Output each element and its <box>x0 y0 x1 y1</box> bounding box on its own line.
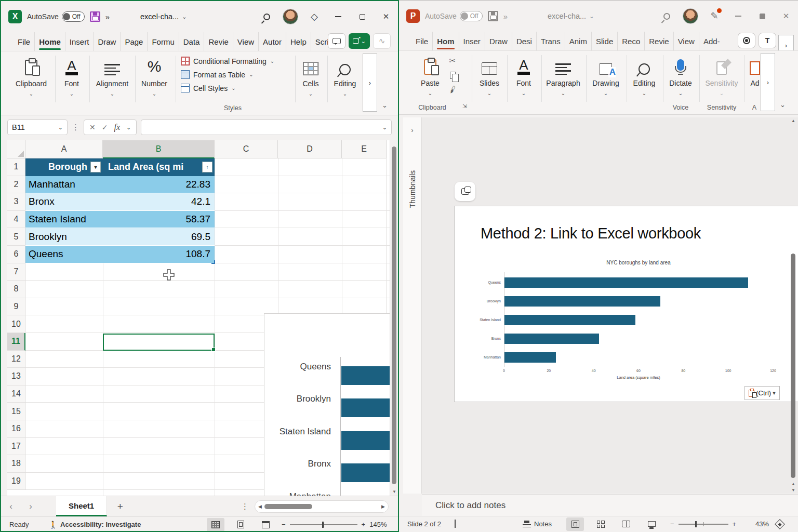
column-header-b[interactable]: B <box>103 140 215 158</box>
paragraph-group[interactable]: Paragraph ⌄ <box>543 54 583 96</box>
row-header-7[interactable]: 7 <box>7 263 25 281</box>
tab-anim[interactable]: Anim <box>565 32 592 50</box>
zoom-out-button[interactable]: − <box>282 521 286 528</box>
font-group[interactable]: A Font ⌄ <box>57 55 86 97</box>
slides-group[interactable]: Slides ⌄ <box>475 54 504 96</box>
horizontal-scrollbar[interactable]: ◀ ▶ <box>255 500 389 513</box>
scrollbar-thumb[interactable] <box>791 254 795 478</box>
scroll-left-icon[interactable]: ◀ <box>258 504 262 509</box>
row-header-16[interactable]: 16 <box>7 420 25 438</box>
pen-notification-icon[interactable]: ✎ <box>702 10 726 22</box>
scroll-down-icon[interactable]: ▼ <box>390 489 398 494</box>
search-icon[interactable] <box>655 13 679 20</box>
row-header-3[interactable]: 3 <box>7 193 25 211</box>
normal-view-button[interactable] <box>566 517 584 531</box>
zoom-slider[interactable] <box>679 524 728 525</box>
selected-cell-b11[interactable] <box>103 334 215 351</box>
sparkline-button[interactable]: ∿ <box>373 33 391 49</box>
row-header-9[interactable]: 9 <box>7 298 25 316</box>
tab-revie[interactable]: Revie <box>645 32 673 50</box>
editing-group[interactable]: Editing ⌄ <box>629 54 660 96</box>
tab-add[interactable]: Add- <box>699 32 723 50</box>
dictate-button[interactable]: Dictate ⌄ <box>665 54 696 96</box>
row-header-10[interactable]: 10 <box>7 315 25 333</box>
tab-formu[interactable]: Formu <box>148 32 179 51</box>
slide-title[interactable]: Method 2: Link to Excel workbook <box>481 225 701 242</box>
save-icon[interactable] <box>488 11 498 21</box>
row-header-4[interactable]: 4 <box>7 211 25 229</box>
column-header-d[interactable]: D <box>278 140 342 158</box>
format-painter-icon[interactable]: 🖌 <box>448 84 458 95</box>
row-header-13[interactable]: 13 <box>7 368 25 385</box>
zoom-in-button[interactable]: + <box>362 521 366 528</box>
page-layout-view-button[interactable] <box>232 518 249 531</box>
tab-draw[interactable]: Draw <box>94 32 121 51</box>
filter-icon[interactable]: ▾ <box>90 162 101 172</box>
document-title[interactable]: excel-cha...⌄ <box>548 12 594 20</box>
enter-check-icon[interactable]: ✓ <box>102 123 108 131</box>
ribbon-more-button[interactable]: › <box>761 53 775 111</box>
search-icon[interactable] <box>255 14 278 20</box>
borough-cell[interactable]: Manhattan <box>25 176 103 194</box>
row-header-17[interactable]: 17 <box>7 438 25 456</box>
close-button[interactable]: ✕ <box>374 5 398 29</box>
row-header-19[interactable]: 19 <box>7 473 25 490</box>
paste-button[interactable]: Paste ⌄ <box>415 54 446 96</box>
collapse-ribbon-icon[interactable]: ⌄ <box>780 101 786 109</box>
tab-page[interactable]: Page <box>121 32 148 51</box>
tab-revie[interactable]: Revie <box>204 32 233 51</box>
table-header-cell[interactable]: Borough▾ <box>25 158 103 176</box>
avatar[interactable] <box>278 9 302 24</box>
number-group[interactable]: % Number ⌄ <box>137 55 171 97</box>
zoom-out-button[interactable]: − <box>670 520 674 528</box>
editing-group[interactable]: Editing ⌄ <box>329 55 361 97</box>
scroll-up-icon[interactable]: ▲ <box>790 118 797 123</box>
record-button[interactable] <box>738 33 755 48</box>
paste-options-button[interactable]: (Ctrl) ▾ <box>744 386 780 400</box>
zoom-slider-thumb[interactable] <box>322 522 324 528</box>
cut-icon[interactable]: ✂ <box>449 56 456 65</box>
sort-filter-icon[interactable]: ↑ <box>202 162 212 172</box>
zoom-slider-thumb[interactable] <box>695 521 697 527</box>
designer-diamond-icon[interactable]: ◇ <box>302 11 326 22</box>
document-title[interactable]: excel-cha...⌄ <box>140 12 187 21</box>
borough-cell[interactable]: Brooklyn <box>25 228 103 246</box>
maximize-button[interactable] <box>750 4 774 28</box>
accessibility-status[interactable]: 🚶 Accessibility: Investigate <box>49 521 141 529</box>
tab-draw[interactable]: Draw <box>485 32 512 50</box>
notes-toggle-button[interactable]: Notes <box>523 520 552 528</box>
table-resize-handle[interactable] <box>211 260 215 264</box>
toggle-knob[interactable] <box>63 13 70 20</box>
tab-data[interactable]: Data <box>179 32 205 51</box>
ribbon-more-button[interactable]: › <box>363 54 377 112</box>
excel-embedded-chart[interactable]: QueensBrooklynStaten IslandBronxManhatta… <box>264 313 391 496</box>
zoom-slider[interactable] <box>290 524 357 525</box>
autosave-toggle[interactable]: AutoSave Off <box>425 11 483 21</box>
tab-help[interactable]: Help <box>286 32 311 51</box>
hscroll-thumb[interactable] <box>264 504 312 509</box>
cells-group[interactable]: Cells ⌄ <box>297 55 324 97</box>
row-header-12[interactable]: 12 <box>7 351 25 368</box>
alignment-group[interactable]: Alignment ⌄ <box>92 55 132 97</box>
column-header-c[interactable]: C <box>215 140 278 158</box>
share-button[interactable]: ⌄ <box>349 33 370 49</box>
quick-access-overflow-icon[interactable]: » <box>105 12 110 21</box>
copilot-button[interactable] <box>455 182 475 201</box>
clipboard-dialog-launcher-icon[interactable]: ⇲ <box>462 103 467 110</box>
tab-insert[interactable]: Insert <box>65 32 94 51</box>
maximize-button[interactable] <box>350 5 374 29</box>
font-group[interactable]: A Font ⌄ <box>509 54 538 96</box>
reading-view-button[interactable] <box>617 517 635 531</box>
normal-view-button[interactable] <box>207 518 224 531</box>
tab-autor[interactable]: Autor <box>259 32 286 51</box>
land-area-cell[interactable]: 58.37 <box>103 211 215 229</box>
autosave-toggle[interactable]: AutoSave Off <box>27 11 85 22</box>
row-header-2[interactable]: 2 <box>7 176 25 194</box>
column-header-e[interactable]: E <box>342 140 387 158</box>
toggle-knob[interactable] <box>461 12 468 20</box>
formula-input[interactable]: ⌄ <box>141 119 392 135</box>
row-header-14[interactable]: 14 <box>7 385 25 403</box>
spellcheck-flag-icon[interactable] <box>455 520 456 528</box>
sensitivity-button[interactable]: Sensitivity ⌄ <box>701 54 742 96</box>
add-sheet-button[interactable]: + <box>107 501 133 512</box>
